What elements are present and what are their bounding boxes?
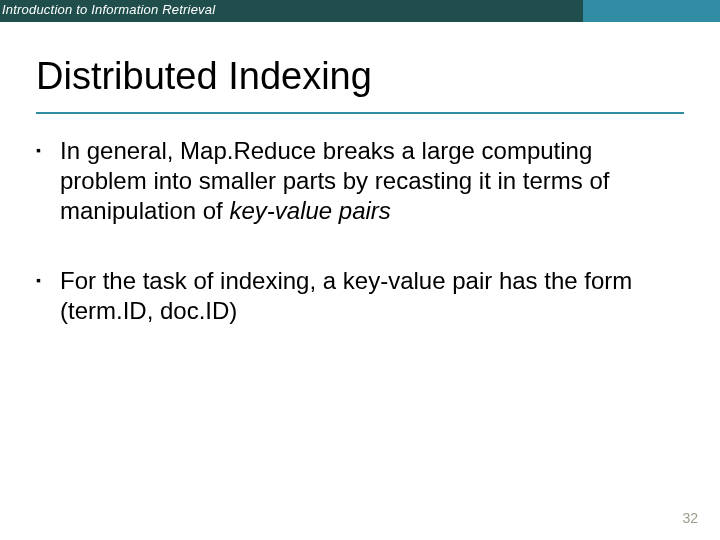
bullet-item: ▪ In general, Map.Reduce breaks a large … [36,136,684,226]
page-number: 32 [682,510,698,526]
title-underline [36,112,684,114]
bullet-item: ▪ For the task of indexing, a key-value … [36,266,684,326]
bullet-marker-icon: ▪ [36,266,60,326]
bullet-text: For the task of indexing, a key-value pa… [60,266,684,326]
slide: Introduction to Information Retrieval Di… [0,0,720,540]
bullet-text: In general, Map.Reduce breaks a large co… [60,136,684,226]
header-teal-segment [583,0,720,22]
bullet-marker-icon: ▪ [36,136,60,226]
slide-title: Distributed Indexing [36,55,372,98]
bullet-em: key-value pairs [229,197,390,224]
slide-body: ▪ In general, Map.Reduce breaks a large … [36,136,684,366]
header-bar: Introduction to Information Retrieval [0,0,720,22]
header-course-title: Introduction to Information Retrieval [2,0,215,22]
bullet-pre: For the task of indexing, a key-value pa… [60,267,632,324]
